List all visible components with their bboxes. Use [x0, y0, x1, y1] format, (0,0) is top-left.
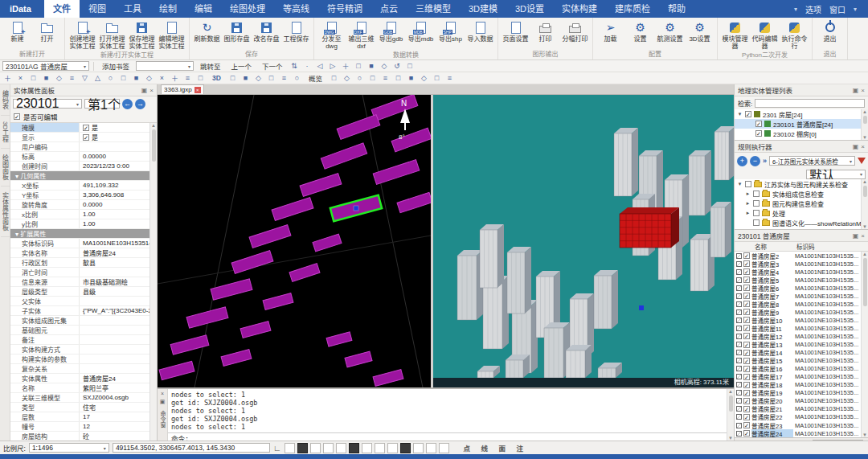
toolbar-icon[interactable]: ▷ [328, 61, 338, 71]
property-row[interactable]: 构建实体的参数 [10, 354, 149, 364]
goto-button[interactable]: 跳转至 [196, 61, 225, 71]
entity-code-combo[interactable]: 230101▾ [13, 99, 82, 109]
ribbon-button[interactable]: 执行命令行 [780, 19, 809, 51]
ribbon-button[interactable]: MDB导出mdb [406, 19, 436, 43]
scrollbar[interactable]: ▲▼ [861, 252, 868, 437]
scene-3d-canvas[interactable] [433, 95, 734, 378]
checkbox-checked-icon[interactable]: ✓ [743, 358, 750, 364]
entity-tree-row[interactable]: ▾✓2301 房屋[24] [735, 109, 861, 119]
menu-item-13[interactable]: 建库质检 [606, 0, 659, 18]
checkbox-checked-icon[interactable]: ✓ [743, 268, 750, 275]
toolbar-icon[interactable]: ○ [354, 73, 365, 83]
property-row[interactable]: 子实体{"PW_A":"[{3C2043E0-2897-... [10, 306, 149, 316]
ribbon-button[interactable]: 图形存盘 [222, 19, 252, 43]
close-icon[interactable]: × [161, 391, 164, 396]
menu-item-2[interactable]: 工具 [115, 0, 150, 18]
entity-list-row[interactable]: ✓普通房屋6MA1001NE103H1535... [735, 284, 861, 292]
checkbox-checked-icon[interactable]: ✓ [755, 130, 762, 137]
checkbox-checked-icon[interactable]: ✓ [743, 260, 750, 267]
checkbox-checked-icon[interactable]: ✓ [743, 301, 750, 307]
entity-list-row[interactable]: ✓普通房屋8MA1001NE103H1535... [735, 300, 861, 308]
menu-item-12[interactable]: 实体构建 [553, 0, 606, 18]
ribbon-button[interactable]: +新建 [2, 19, 32, 43]
checkbox-icon[interactable] [753, 191, 760, 197]
ribbon-button[interactable]: DXF输出三维dxf [346, 19, 376, 51]
rule-tree-row[interactable]: ▸处理 [735, 208, 861, 218]
toolbar-icon[interactable]: ↺ [392, 61, 403, 71]
scrollbar[interactable]: ▲▼ [861, 109, 868, 140]
status-toggle-icon[interactable] [349, 443, 359, 453]
toolbar-icon[interactable]: ◇ [342, 73, 352, 83]
property-row[interactable]: 行政区划歙县 [10, 258, 149, 268]
scene-3d-view[interactable]: 相机高程: 373.11米 [433, 95, 734, 387]
status-toggle-icon[interactable] [310, 443, 321, 453]
ribbon-button[interactable]: 编辑地理实体工程 [157, 19, 186, 51]
toolbar-icon[interactable]: × [15, 73, 26, 83]
property-row[interactable]: 名称紫阳兰亭 [10, 383, 149, 393]
rule-mode-combo[interactable]: 默认▾ [806, 170, 866, 179]
property-row[interactable]: 复杂关系 [10, 364, 149, 374]
ribbon-button[interactable]: 代码编辑器 [750, 19, 780, 51]
scale-combo[interactable]: 1:1496▾ [29, 443, 109, 453]
close-icon[interactable]: × [149, 87, 154, 94]
menu-item-10[interactable]: 3D建模 [460, 0, 506, 18]
map-document-tab[interactable]: 3363.igxp × [161, 84, 204, 94]
status-toggle-icon[interactable] [400, 443, 411, 453]
checkbox-checked-icon[interactable]: ✓ [743, 317, 750, 323]
property-row[interactable]: 幢号12 [10, 422, 149, 432]
dock-icon[interactable]: ▣ [853, 143, 859, 150]
entity-list-row[interactable]: ✓普通房屋24MA1001NE103H1535... [735, 429, 861, 437]
toolbar-icon[interactable]: × [157, 73, 167, 83]
entity-tree-row[interactable]: ✓230101 普通房屋[24] [735, 119, 861, 129]
toolbar-icon[interactable]: ◇ [144, 73, 154, 83]
expander-icon[interactable]: ▾ [737, 181, 743, 187]
entity-list-row[interactable]: ✓普通房屋11MA1001NE103H1535... [735, 324, 861, 332]
ortho-corner-icon[interactable]: ∟ [273, 444, 281, 453]
property-row[interactable]: 层级类型县级 [10, 287, 149, 297]
snap-mode-button[interactable]: 注 [512, 443, 528, 453]
toolbar-icon[interactable]: ■ [240, 73, 251, 83]
expander-icon[interactable]: ▸ [745, 191, 751, 197]
toolbar-icon[interactable]: □ [393, 73, 403, 83]
toolbar-icon[interactable]: ◇ [419, 73, 429, 83]
entity-list-row[interactable]: ✓普通房屋4MA1001NE103H1535... [735, 268, 861, 276]
menu-item-11[interactable]: 3D设置 [506, 0, 553, 18]
property-row[interactable]: 标高0.00000 [10, 152, 149, 162]
menu-item-1[interactable]: 视图 [80, 0, 115, 18]
overview-button[interactable]: 概览 [305, 73, 326, 83]
menu-item-14[interactable]: 帮助 [659, 0, 694, 18]
property-row[interactable]: 掩膜✓是 [10, 123, 149, 133]
entity-list-row[interactable]: ✓普通房屋18MA1001NE103H1535... [735, 381, 861, 389]
property-row[interactable]: Y坐标3,306,646.908 [10, 191, 149, 200]
3d-toggle-button[interactable]: 3D [208, 74, 225, 82]
checkbox-checked-icon[interactable]: ✓ [743, 422, 750, 428]
window-menu[interactable]: 窗口 [829, 3, 845, 15]
menu-item-4[interactable]: 编辑 [186, 0, 221, 18]
menu-item-9[interactable]: 三维模型 [407, 0, 460, 18]
status-toggle-icon[interactable] [336, 443, 346, 453]
toolbar-icon[interactable]: ◁ [315, 61, 326, 71]
left-dock-tab-3[interactable]: 实体属性面板 [1, 186, 10, 237]
status-toggle-icon[interactable] [439, 443, 449, 453]
entity-list-row[interactable]: ✓普通房屋13MA1001NE103H1535... [735, 341, 861, 349]
ribbon-button[interactable]: ↻刷新数据 [192, 19, 222, 43]
status-toggle-icon[interactable] [426, 443, 436, 453]
checkbox-checked-icon[interactable]: ✓ [14, 113, 20, 120]
status-toggle-icon[interactable] [413, 443, 424, 453]
layer-combo[interactable]: 230101AG 普通房屋▾ [2, 61, 89, 71]
checkbox-checked-icon[interactable]: ✓ [743, 350, 750, 356]
toolbar-icon[interactable]: ＋ [341, 61, 351, 71]
entity-index-box[interactable]: 第1个 [84, 99, 120, 109]
ribbon-button[interactable]: 模块管理器 [720, 19, 750, 51]
entity-list-row[interactable]: ✓普通房屋10MA1001NE103H1535... [735, 316, 861, 324]
toolbar-icon[interactable]: ▽ [80, 73, 90, 83]
toolbar-icon[interactable]: ≡ [380, 73, 391, 83]
map-2d-canvas[interactable]: N8° [158, 95, 431, 387]
scrollbar[interactable]: ▲▼ [149, 123, 157, 459]
property-row[interactable]: 实体组成图元集 [10, 316, 149, 326]
entity-list-row[interactable]: ✓普通房屋21MA1001NE103H1535... [735, 405, 861, 413]
col-name[interactable]: 名称 [755, 242, 796, 251]
close-icon[interactable]: × [194, 87, 201, 93]
menu-item-0[interactable]: 文件 [44, 0, 80, 18]
property-row[interactable]: 备注 [10, 335, 149, 345]
